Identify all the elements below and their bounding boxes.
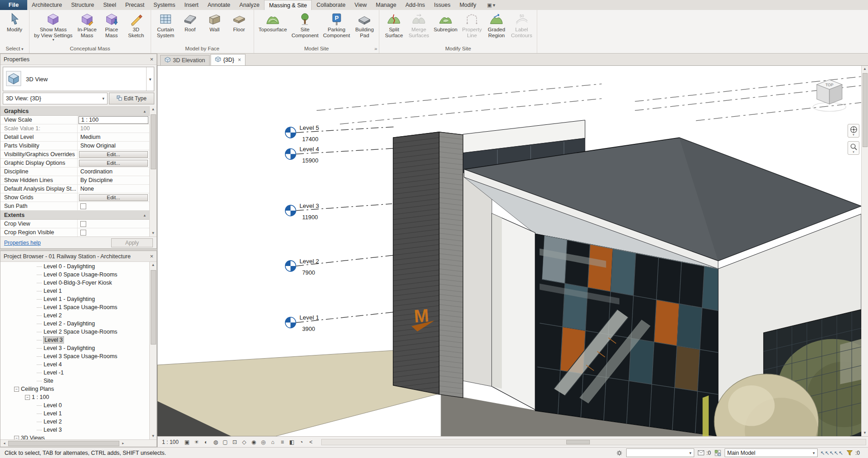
ribbon-button-curtain-system[interactable]: Curtain System <box>153 11 178 44</box>
select-elements-by-face-icon[interactable]: ↖ <box>834 450 839 456</box>
ribbon-button-subregion[interactable]: Subregion <box>432 11 460 44</box>
view-cube[interactable]: TOP <box>809 76 850 117</box>
scroll-down-icon[interactable]: ▼ <box>863 430 867 436</box>
properties-help-link[interactable]: Properties help <box>4 240 41 246</box>
show-rendering-dialog-icon[interactable]: ◍ <box>211 438 220 446</box>
browser-item-level-2-space-usage-rooms[interactable]: Level 2 Space Usage-Rooms <box>0 328 149 336</box>
value-field[interactable]: Show Original <box>78 143 118 149</box>
ribbon-button-graded-region[interactable]: Graded Region <box>484 11 509 44</box>
collapse-icon[interactable]: < <box>307 438 315 446</box>
value-field[interactable]: Medium <box>78 134 103 140</box>
ribbon-tab-add-ins[interactable]: Add-Ins <box>401 0 429 10</box>
zoom-button[interactable]: ▾ <box>848 141 859 155</box>
ribbon-tab-annotate[interactable]: Annotate <box>203 0 235 10</box>
properties-section-extents[interactable]: Extents▴ <box>0 211 149 220</box>
highlight-displacement-sets-icon[interactable]: ◧ <box>288 438 296 446</box>
type-selector[interactable]: 3D View ▾ <box>3 67 154 91</box>
ribbon-tab-architecture[interactable]: Architecture <box>27 0 67 10</box>
checkbox[interactable] <box>80 230 86 236</box>
scrollbar-thumb[interactable] <box>566 440 590 444</box>
ribbon-tab-steel[interactable]: Steel <box>98 0 121 10</box>
ribbon-button-toposurface[interactable]: Toposurface <box>256 11 289 44</box>
scroll-up-icon[interactable]: ▲ <box>152 262 155 268</box>
select-underlay-elements-icon[interactable]: ↖ <box>825 450 829 456</box>
3d-model-view[interactable]: Level 517400Level 415900Level 311900Leve… <box>157 66 861 436</box>
ribbon-button-building-pad[interactable]: Building Pad <box>352 11 377 44</box>
canvas-horizontal-scrollbar[interactable] <box>321 439 866 445</box>
show-analytical-model-icon[interactable]: ≡ <box>278 438 287 446</box>
select-links-icon[interactable]: ↖ <box>820 450 825 456</box>
ribbon-button-wall[interactable]: Wall <box>202 11 227 44</box>
tree-expander-icon[interactable]: − <box>14 387 19 392</box>
scroll-up-icon[interactable]: ▲ <box>152 106 155 113</box>
shadows-icon[interactable]: ◐ <box>202 438 211 446</box>
tree-expander-icon[interactable]: − <box>14 436 19 440</box>
canvas-vertical-scrollbar[interactable]: ▲ ▼ <box>861 66 868 436</box>
edit-button[interactable]: Edit... <box>79 151 148 158</box>
ribbon-button-site-component[interactable]: Site Component <box>289 11 320 44</box>
browser-item-site[interactable]: Site <box>0 377 149 385</box>
worksharing-display-icon[interactable]: ◔ <box>297 438 306 446</box>
design-options-icon[interactable] <box>714 449 722 457</box>
browser-item-level-2[interactable]: Level 2 <box>0 311 149 320</box>
file-menu-button[interactable]: File <box>0 0 27 10</box>
scroll-down-icon[interactable]: ▼ <box>152 230 155 236</box>
design-options-select[interactable]: Main Model▾ <box>725 448 818 457</box>
value-field[interactable]: None <box>78 186 97 192</box>
scroll-up-icon[interactable]: ▲ <box>863 66 867 72</box>
ribbon-display-toggle[interactable]: ▣▾ <box>484 0 498 10</box>
browser-item-3d-views[interactable]: −3D Views <box>0 434 149 439</box>
value-field[interactable]: By Discipline <box>78 177 116 183</box>
ribbon-button-split-surface[interactable]: Split Surface <box>382 11 406 44</box>
close-icon[interactable]: × <box>238 57 241 63</box>
browser-item-level-1[interactable]: Level -1 <box>0 369 149 377</box>
ribbon-button-roof[interactable]: Roof <box>178 11 202 44</box>
browser-item-level-3-daylighting[interactable]: Level 3 - Daylighting <box>0 344 149 352</box>
active-workset-select[interactable]: ▾ <box>626 448 694 457</box>
ribbon-tab-structure[interactable]: Structure <box>67 0 99 10</box>
temporary-hide-isolate-icon[interactable]: ◉ <box>250 438 258 446</box>
visual-style-icon[interactable]: ▣ <box>183 438 191 446</box>
scroll-down-icon[interactable]: ▼ <box>152 433 155 439</box>
browser-item-level-3-space-usage-rooms[interactable]: Level 3 Space Usage-Rooms <box>0 352 149 360</box>
ribbon-button-in-place-mass[interactable]: In-Place Mass <box>75 11 99 44</box>
browser-item-level-0[interactable]: Level 0 <box>0 401 149 409</box>
browser-item-ceiling-plans[interactable]: −Ceiling Plans <box>0 385 149 393</box>
ribbon-tab-massing-site[interactable]: Massing & Site <box>264 0 312 10</box>
view-tab-3d-elevation[interactable]: 3D Elevation <box>160 55 210 65</box>
scrollbar-thumb[interactable] <box>8 441 119 446</box>
edit-type-button[interactable]: Edit Type <box>109 93 154 104</box>
unlocked-3d-view-icon[interactable]: ◇ <box>240 438 249 446</box>
view-scale-button[interactable]: 1 : 100 <box>161 439 182 445</box>
apply-button[interactable]: Apply <box>111 238 153 247</box>
scroll-right-icon[interactable]: ▸ <box>120 440 126 447</box>
close-icon[interactable]: × <box>150 56 153 63</box>
ribbon-tab-manage[interactable]: Manage <box>371 0 401 10</box>
browser-item-level-1[interactable]: Level 1 <box>0 409 149 418</box>
reveal-hidden-elements-icon[interactable]: ◎ <box>259 438 268 446</box>
show-crop-region-icon[interactable]: ⊡ <box>230 438 239 446</box>
close-icon[interactable]: × <box>150 253 153 260</box>
browser-scrollbar[interactable]: ▲ ▼ <box>149 262 157 439</box>
tree-expander-icon[interactable]: − <box>25 395 30 400</box>
drawing-area[interactable]: Level 517400Level 415900Level 311900Leve… <box>157 65 868 436</box>
full-navigation-wheel-button[interactable]: ▾ <box>848 124 859 138</box>
browser-item-level-4[interactable]: Level 4 <box>0 360 149 369</box>
ribbon-button-floor[interactable]: Floor <box>227 11 251 44</box>
scrollbar-thumb[interactable] <box>151 114 156 169</box>
view-tab-3d[interactable]: {3D}× <box>211 54 245 65</box>
checkbox[interactable] <box>80 203 86 209</box>
scrollbar-thumb[interactable] <box>863 73 868 147</box>
scrollbar-thumb[interactable] <box>151 270 156 345</box>
ribbon-tab-analyze[interactable]: Analyze <box>235 0 264 10</box>
ribbon-tab-collaborate[interactable]: Collaborate <box>312 0 350 10</box>
panel-expander-icon[interactable]: » <box>374 44 377 53</box>
value-field[interactable]: Coordination <box>78 168 115 175</box>
ribbon-button-place-mass[interactable]: Place Mass <box>99 11 124 44</box>
ribbon-tab-view[interactable]: View <box>350 0 371 10</box>
ribbon-tab-insert[interactable]: Insert <box>180 0 203 10</box>
ribbon-tab-precast[interactable]: Precast <box>121 0 149 10</box>
select-pinned-elements-icon[interactable]: ↖ <box>829 450 834 456</box>
ribbon-button-show-mass-by-view-settings[interactable]: Show Mass by View Settings▾ <box>32 11 75 44</box>
value-field[interactable]: 100 <box>78 125 93 132</box>
